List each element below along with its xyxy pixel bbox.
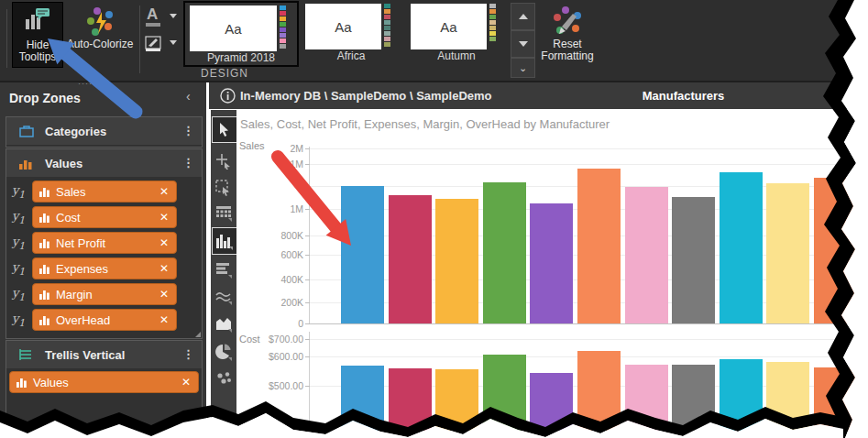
bar-cost-3[interactable]	[435, 369, 478, 431]
bar-sales-6[interactable]	[577, 169, 621, 323]
tick-mark	[305, 386, 310, 387]
axis-tick-label: 1M	[258, 203, 303, 214]
axis-tick-label: 400K	[258, 274, 303, 285]
axis-tick-label: 800K	[258, 230, 303, 241]
tick-mark	[305, 339, 310, 340]
bar-sales-7[interactable]	[625, 187, 668, 323]
pyramid-analytics-app: Hide Tooltips Auto-Colorize A AaPyramid …	[0, 0, 868, 438]
axis-tick-label: 1M	[258, 159, 303, 170]
axis-tick-label: $600.00	[258, 351, 303, 362]
bar-sales-9[interactable]	[720, 172, 763, 323]
tick-mark	[305, 148, 310, 149]
tick-mark	[305, 279, 310, 280]
tick-mark	[305, 302, 310, 303]
tick-mark	[305, 164, 310, 165]
gridline	[310, 323, 860, 324]
bar-sales-3[interactable]	[435, 199, 478, 323]
bar-sales-4[interactable]	[483, 182, 526, 323]
bar-cost-6[interactable]	[577, 351, 621, 431]
axis-tick-label: $500.00	[258, 380, 303, 391]
bar-cost-10[interactable]	[766, 362, 809, 431]
bar-cost-9[interactable]	[720, 359, 763, 431]
y-axis-line	[309, 332, 310, 431]
bar-cost-1[interactable]	[341, 366, 384, 431]
tick-mark	[305, 209, 310, 210]
bar-sales-10[interactable]	[766, 183, 809, 323]
gridline	[310, 164, 860, 165]
axis-tick-label: 200K	[258, 297, 303, 308]
axis-tick-label: 600K	[258, 249, 303, 260]
tick-mark	[305, 255, 310, 256]
axis-tick-label: 0	[258, 318, 303, 329]
bar-cost-2[interactable]	[389, 368, 432, 431]
bar-sales-11[interactable]	[814, 178, 857, 323]
bar-cost-8[interactable]	[672, 365, 715, 431]
bar-cost-7[interactable]	[625, 365, 668, 431]
tick-mark	[305, 323, 310, 324]
tick-mark	[305, 356, 310, 357]
bar-sales-2[interactable]	[389, 195, 432, 323]
tick-mark	[305, 186, 310, 187]
bar-cost-5[interactable]	[530, 373, 573, 431]
axis-tick-label: 2M	[258, 143, 303, 154]
bar-cost-4[interactable]	[483, 355, 526, 431]
bar-cost-11[interactable]	[814, 367, 857, 431]
bar-sales-8[interactable]	[672, 197, 715, 323]
gridline	[310, 148, 860, 149]
bar-sales-1[interactable]	[341, 186, 384, 323]
gridline	[310, 339, 860, 340]
bar-sales-5[interactable]	[530, 203, 573, 323]
axis-tick-label: $700.00	[258, 334, 303, 345]
tick-mark	[305, 235, 310, 236]
